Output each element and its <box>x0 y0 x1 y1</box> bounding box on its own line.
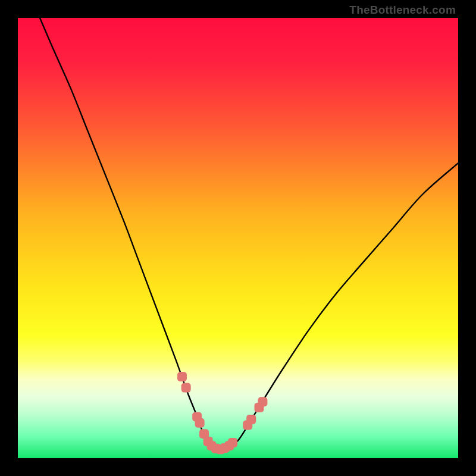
curve-marker <box>258 397 267 406</box>
curve-marker <box>228 438 237 447</box>
curve-marker <box>181 383 191 393</box>
watermark-text: TheBottleneck.com <box>349 4 456 17</box>
curve-layer <box>18 18 458 458</box>
curve-marker <box>246 415 256 424</box>
chart-frame: TheBottleneck.com <box>0 0 476 476</box>
curve-markers <box>177 372 267 454</box>
plot-area <box>18 18 458 458</box>
curve-marker <box>177 372 187 381</box>
curve-marker <box>195 418 205 428</box>
bottleneck-curve <box>40 18 458 449</box>
